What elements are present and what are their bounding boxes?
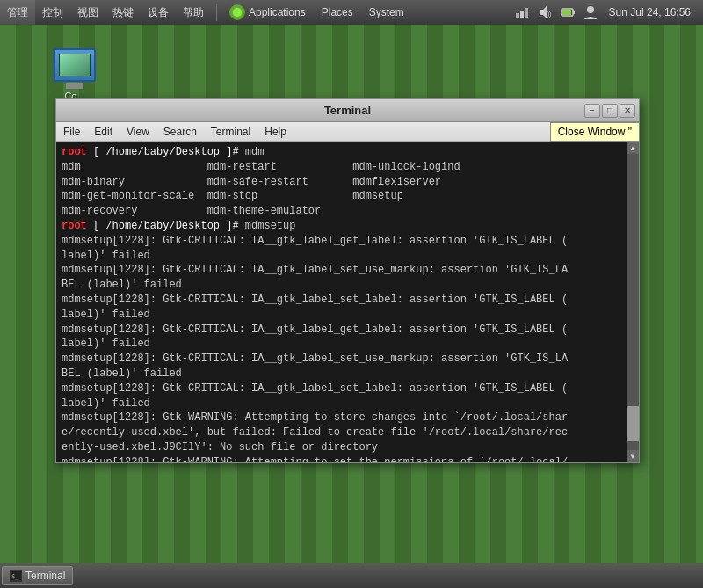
monitor-screen [59,54,91,76]
term-menu-help[interactable]: Help [257,122,294,142]
taskbar-terminal-icon: $_ [10,570,22,582]
scrollbar-thumb[interactable] [627,406,639,441]
minimize-button[interactable]: − [584,104,600,118]
term-line-15: mdmsetup[1228]: Gtk-CRITICAL: IA__gtk_la… [62,352,621,367]
scrollbar-down-arrow[interactable]: ▼ [627,450,639,462]
term-line-14: label)' failed [62,337,621,352]
svg-rect-9 [562,10,571,15]
maximize-button[interactable]: □ [602,104,618,118]
term-line-16: BEL (label)' failed [62,367,621,381]
term-line-6: root [ /home/baby/Desktop ]# mdmsetup [62,219,621,234]
terminal-titlebar: Terminal − □ ✕ Close Window " [56,99,639,122]
term-line-20: e/recently-used.xbel', but failed: Faile… [62,425,621,440]
term-line-8: label)' failed [62,249,621,264]
terminal-window: Terminal − □ ✕ Close Window " File Edit … [55,98,640,463]
scrollbar-track[interactable] [627,154,639,450]
panel-menu-shebei[interactable]: 设备 [141,0,176,25]
term-menu-view[interactable]: View [120,122,156,142]
term-menu-terminal[interactable]: Terminal [204,122,257,142]
computer-icon-img [54,48,96,82]
term-line-9: mdmsetup[1228]: Gtk-CRITICAL: IA__gtk_la… [62,263,621,278]
term-line-12: label)' failed [62,308,621,323]
term-line-13: mdmsetup[1228]: Gtk-CRITICAL: IA__gtk_la… [62,323,621,338]
term-line-19: mdmsetup[1228]: Gtk-WARNING: Attempting … [62,410,621,425]
svg-rect-3 [525,8,528,18]
term-menu-file[interactable]: File [56,122,87,142]
close-window-tooltip: Close Window " [550,122,640,142]
terminal-controls: − □ ✕ [584,104,635,118]
term-line-17: mdmsetup[1228]: Gtk-CRITICAL: IA__gtk_la… [62,381,621,396]
taskbar: $_ Terminal [0,563,703,588]
term-line-11: mdmsetup[1228]: Gtk-CRITICAL: IA__gtk_la… [62,293,621,308]
panel-menu-shitu[interactable]: 视图 [70,0,105,25]
user-icon[interactable] [581,3,600,22]
panel-menu-guanli[interactable]: 管理 [0,0,35,25]
term-line-4: mdm-get-monitor-scale mdm-stop mdmsetup [62,189,621,204]
term-line-10: BEL (label)' failed [62,278,621,293]
svg-rect-1 [516,13,519,18]
datetime-display: Sun Jul 24, 16:56 [604,4,696,20]
term-line-3: mdm-binary mdm-safe-restart mdmflexiserv… [62,175,621,190]
panel-places[interactable]: Places [315,0,360,25]
term-menu-edit[interactable]: Edit [87,122,120,142]
term-line-1: root [ /home/baby/Desktop ]# mdm [62,145,621,160]
term-line-21: ently-used.xbel.J9CIlY': No such file or… [62,440,621,455]
panel-menu-kongzhi[interactable]: 控制 [35,0,70,25]
term-line-18: label)' failed [62,396,621,411]
panel-right: ) ) Sun Jul 24, 16:56 [512,3,703,22]
svg-rect-8 [573,11,575,14]
terminal-text-area[interactable]: root [ /home/baby/Desktop ]# mdm mdm mdm… [56,142,627,462]
battery-icon[interactable] [558,3,577,22]
panel-menu-bangzhu[interactable]: 帮助 [176,0,211,25]
svg-point-10 [587,6,594,13]
terminal-content: root [ /home/baby/Desktop ]# mdm mdm mdm… [56,142,639,462]
term-line-7: mdmsetup[1228]: Gtk-CRITICAL: IA__gtk_la… [62,234,621,249]
close-button[interactable]: ✕ [620,104,635,118]
top-panel: 管理 控制 视图 热键 设备 帮助 Applications Places Sy… [0,0,703,25]
term-line-5: mdm-recovery mdm-theme-emulator [62,204,621,219]
panel-applications[interactable]: Applications [222,0,313,25]
volume-icon[interactable]: ) ) [535,3,554,22]
cn-menu: 管理 控制 视图 热键 设备 帮助 [0,0,211,25]
svg-marker-4 [540,6,547,18]
svg-text:$_: $_ [11,573,19,580]
taskbar-item-label: Terminal [25,570,65,582]
terminal-scrollbar[interactable]: ▲ ▼ [627,142,639,462]
term-menu-search[interactable]: Search [156,122,204,142]
applications-icon [229,4,245,20]
term-line-22: mdmsetup[1228]: Gtk-WARNING: Attempting … [62,455,621,462]
panel-system[interactable]: System [362,0,411,25]
term-line-2: mdm mdm-restart mdm-unlock-logind [62,160,621,175]
monitor-stand [66,83,83,89]
panel-menu-rejian[interactable]: 热键 [105,0,141,25]
svg-text:): ) [549,11,551,18]
desktop-icon-computer[interactable]: Co... [44,48,105,101]
desktop: 管理 控制 视图 热键 设备 帮助 Applications Places Sy… [0,0,703,588]
applications-label: Applications [249,6,306,18]
taskbar-item-terminal[interactable]: $_ Terminal [2,566,73,585]
panel-left: 管理 控制 视图 热键 设备 帮助 Applications Places Sy… [0,0,411,25]
svg-rect-2 [520,11,524,18]
scrollbar-up-arrow[interactable]: ▲ [627,142,639,154]
svg-point-0 [233,8,242,17]
terminal-title: Terminal [324,104,371,117]
network-icon[interactable] [512,3,532,22]
